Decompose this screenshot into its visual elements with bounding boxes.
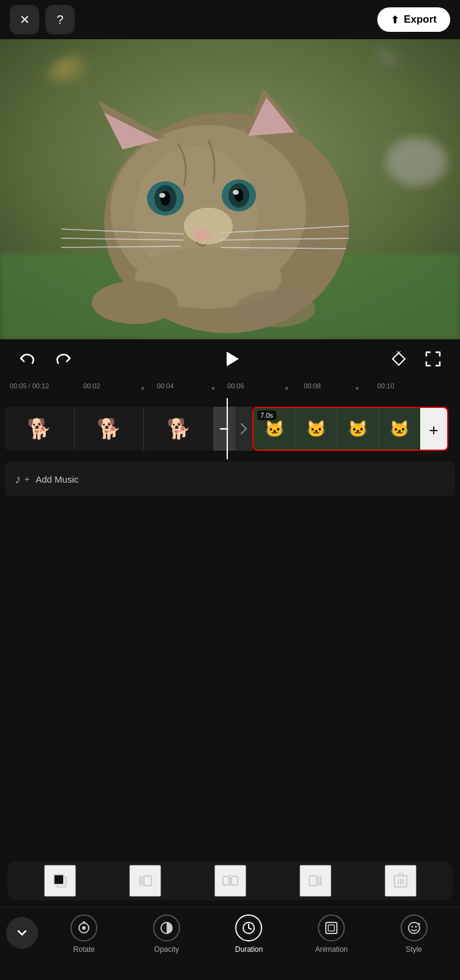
svg-point-15 <box>159 193 165 198</box>
plus-icon: + <box>429 421 438 440</box>
ruler-mark-2: 00:02 <box>83 382 100 390</box>
play-icon <box>221 348 243 370</box>
split-tool-button[interactable] <box>214 865 246 897</box>
svg-rect-53 <box>328 925 334 931</box>
dog-thumbnail-2: 🐕 <box>97 417 121 440</box>
svg-marker-31 <box>227 352 239 366</box>
export-label: Export <box>404 13 437 26</box>
video-preview <box>0 39 460 339</box>
undo-button[interactable] <box>15 347 39 371</box>
music-note-icon: ♪ <box>15 472 21 486</box>
svg-point-19 <box>233 190 239 195</box>
editor-area: 00:05 / 00:12 00:02 00:04 00:06 00:08 00… <box>0 339 460 980</box>
opacity-label: Opacity <box>154 945 179 954</box>
dog-thumbnail-1: 🐕 <box>27 417 51 440</box>
nav-item-duration[interactable]: Duration <box>224 914 273 954</box>
ruler-mark-10: 00:10 <box>377 382 394 390</box>
trim-right-icon <box>307 872 324 889</box>
chevron-right-icon <box>240 423 247 435</box>
dog-clip[interactable]: 🐕 🐕 🐕 <box>5 407 213 451</box>
ruler-mark-8: 00:08 <box>304 382 321 390</box>
style-label: Style <box>405 945 422 954</box>
delete-icon <box>393 872 409 889</box>
help-button[interactable]: ? <box>45 5 75 34</box>
timeline-ruler[interactable]: 00:05 / 00:12 00:02 00:04 00:06 00:08 00… <box>0 379 460 398</box>
playhead <box>227 398 228 459</box>
fullscreen-icon <box>425 351 441 367</box>
cat-image <box>0 39 460 339</box>
ruler-mark-4: 00:04 <box>157 382 174 390</box>
duplicate-tool-button[interactable] <box>44 865 76 897</box>
nav-items: Rotate Opacity <box>38 914 460 954</box>
svg-line-51 <box>249 928 251 929</box>
cat-frame-2: 🐱 <box>295 408 337 450</box>
export-icon: ⬆ <box>391 14 399 26</box>
minus-icon <box>218 423 230 435</box>
time-current: 00:05 / 00:12 <box>10 382 49 390</box>
nav-item-style[interactable]: Style <box>390 914 439 954</box>
dog-frame-1: 🐕 <box>5 407 75 451</box>
nav-item-opacity[interactable]: Opacity <box>142 914 191 954</box>
cat-thumbnail-1: 🐱 <box>265 420 284 439</box>
animation-icon <box>324 921 339 935</box>
clip-trim-left-button[interactable] <box>213 407 235 451</box>
animation-nav-icon <box>318 914 345 941</box>
style-icon <box>407 921 421 935</box>
collapse-nav-button[interactable] <box>6 917 38 949</box>
svg-rect-41 <box>320 876 322 886</box>
rotate-icon <box>77 921 91 935</box>
top-bar: ✕ ? ⬆ Export <box>0 0 460 39</box>
cat-frame-4: 🐱 <box>379 408 420 450</box>
rotate-label: Rotate <box>74 945 95 954</box>
svg-rect-40 <box>309 876 317 886</box>
delete-tool-button[interactable] <box>385 865 417 897</box>
timeline-tracks: 🐕 🐕 🐕 <box>0 398 460 459</box>
redo-button[interactable] <box>51 347 76 371</box>
svg-rect-36 <box>144 876 151 886</box>
duration-nav-icon <box>235 914 262 941</box>
video-preview-canvas <box>0 39 460 339</box>
video-track: 🐕 🐕 🐕 <box>0 403 460 454</box>
svg-point-54 <box>409 922 420 933</box>
export-button[interactable]: ⬆ Export <box>377 7 450 32</box>
dog-frame-2: 🐕 <box>75 407 145 451</box>
svg-point-27 <box>184 208 233 244</box>
bottom-toolbar <box>7 861 453 900</box>
diamond-icon <box>391 351 407 367</box>
opacity-nav-icon <box>153 914 180 941</box>
top-bar-left: ✕ ? <box>10 5 75 34</box>
nav-item-rotate[interactable]: Rotate <box>59 914 108 954</box>
opacity-icon <box>159 921 174 935</box>
fullscreen-button[interactable] <box>421 347 445 371</box>
cat-frame-3: 🐱 <box>337 408 379 450</box>
svg-point-30 <box>236 290 315 327</box>
play-button[interactable] <box>217 344 246 374</box>
add-clip-button[interactable]: + <box>420 408 447 451</box>
undo-icon <box>19 351 35 367</box>
cat-duration-badge: 7.0s <box>257 410 276 420</box>
svg-rect-52 <box>326 922 337 933</box>
svg-point-3 <box>386 137 447 186</box>
svg-rect-35 <box>139 876 141 886</box>
trim-right-tool-button[interactable] <box>300 865 331 897</box>
add-music-label: Add Music <box>36 474 78 484</box>
cat-clip[interactable]: 7.0s 🐱 🐱 🐱 🐱 + <box>252 407 448 451</box>
chevron-down-icon <box>17 927 28 938</box>
duration-label: Duration <box>235 945 263 954</box>
add-music-row[interactable]: ♪ + Add Music <box>5 462 455 496</box>
bottom-nav: Rotate Opacity <box>0 907 460 980</box>
trim-left-icon <box>137 872 154 889</box>
keyframe-button[interactable] <box>386 347 411 371</box>
style-nav-icon <box>401 914 428 941</box>
svg-point-29 <box>92 281 178 324</box>
cat-thumbnail-2: 🐱 <box>306 420 326 439</box>
controls-row <box>0 339 460 379</box>
cat-clip-wrapper: 7.0s 🐱 🐱 🐱 🐱 + <box>252 404 448 453</box>
dog-frame-3: 🐕 <box>144 407 213 451</box>
clip-separator <box>235 407 252 451</box>
close-button[interactable]: ✕ <box>10 5 39 34</box>
svg-rect-38 <box>232 876 238 885</box>
trim-left-tool-button[interactable] <box>129 865 161 897</box>
nav-item-animation[interactable]: Animation <box>307 914 356 954</box>
svg-point-2 <box>331 45 404 107</box>
